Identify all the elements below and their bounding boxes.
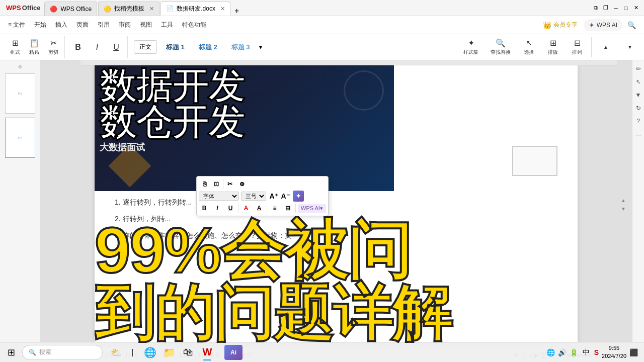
menu-review[interactable]: 审阅 xyxy=(115,19,135,31)
cut-button[interactable]: ✂ 剪切 xyxy=(44,36,62,58)
ft-size-select[interactable]: 三号 xyxy=(241,192,266,201)
tray-battery[interactable]: 🔋 xyxy=(570,348,578,356)
rt-down-arrow-tool[interactable]: ▼ xyxy=(634,90,643,100)
menu-ref[interactable]: 引用 xyxy=(94,19,114,31)
layout-icon: ⊞ xyxy=(550,38,556,48)
taskbar-ai-button[interactable]: Ai xyxy=(224,345,243,360)
tab-template[interactable]: 🟡 找稻壳模板 ✕ xyxy=(98,2,159,16)
menu-insert[interactable]: 插入 xyxy=(51,19,71,31)
style-h2-button[interactable]: 标题 2 xyxy=(194,41,222,54)
tab-close-template[interactable]: ✕ xyxy=(149,6,154,12)
bold-button[interactable]: B xyxy=(69,36,87,58)
underline-icon: U xyxy=(113,43,119,52)
ft-align-button[interactable]: ⊟ xyxy=(282,203,293,214)
ft-line-height-button[interactable]: ≡ xyxy=(269,203,280,214)
menu-view[interactable]: 视图 xyxy=(136,19,156,31)
rt-cursor-tool[interactable]: ↖ xyxy=(634,77,643,86)
taskbar-weather[interactable]: ⛅ xyxy=(109,343,124,361)
ft-size-down-button[interactable]: A⁻ xyxy=(280,191,291,202)
page-thumbnail-1[interactable]: P1 xyxy=(5,73,35,114)
tray-network[interactable]: 🌐 xyxy=(546,348,555,356)
start-button[interactable]: ⊞ xyxy=(2,343,20,361)
browser-icon: 🌐 xyxy=(144,346,156,358)
ft-copy-button[interactable]: ⎘ xyxy=(199,178,210,190)
add-tab-button[interactable]: + xyxy=(231,7,242,16)
minimize-button[interactable]: ─ xyxy=(612,4,620,12)
rt-more-tool[interactable]: … xyxy=(634,130,643,139)
ft-more-button[interactable]: ⊕ xyxy=(236,178,248,190)
ft-bold-button[interactable]: B xyxy=(199,203,210,214)
taskbar-app-wps[interactable]: W xyxy=(198,343,216,361)
scroll-up-arrow[interactable]: ▲ xyxy=(619,197,628,204)
ft-wps-ai-button[interactable]: WPS AI▾ xyxy=(298,204,326,213)
rt-help-tool[interactable]: ? xyxy=(634,117,643,126)
find-icon: 🔍 xyxy=(496,38,506,48)
wps-logo-text: WPS xyxy=(6,4,21,12)
rt-pen-tool[interactable]: ✏ xyxy=(634,64,643,73)
ft-paste-button[interactable]: ⊡ xyxy=(211,178,222,190)
doc-area[interactable]: 数据开发 数仓开发 大数据面试 1. 逐行转列，行转列转... 2. 行转列，列… xyxy=(40,60,632,348)
ft-italic-button[interactable]: I xyxy=(212,203,223,214)
underline-button[interactable]: U xyxy=(107,36,125,58)
styles-set-button[interactable]: ✦ 样式集 xyxy=(459,36,482,58)
frame-button[interactable]: ⊞ 框式 xyxy=(6,36,24,58)
italic-button[interactable]: I xyxy=(88,36,106,58)
maximize-button[interactable]: □ xyxy=(622,4,630,12)
taskbar-app-store[interactable]: 🛍 xyxy=(179,343,197,361)
rt-rotate-tool[interactable]: ↻ xyxy=(634,104,643,113)
tray-wps[interactable]: S xyxy=(594,348,599,356)
arrange-icon: ⊟ xyxy=(574,38,581,48)
tile-button[interactable]: ⧉ xyxy=(592,4,600,12)
scroll-up-button[interactable]: ▲ xyxy=(596,36,616,58)
arrange-button[interactable]: ⊟ 排列 xyxy=(567,36,587,58)
select-button[interactable]: ↖ 选择 xyxy=(519,36,539,58)
find-replace-button[interactable]: 🔍 查找替换 xyxy=(487,36,515,58)
doc-title-block: 数据开发 数仓开发 大数据面试 xyxy=(100,68,245,153)
menu-file[interactable]: ≡ 文件 xyxy=(4,19,29,31)
ft-font-color-button[interactable]: A xyxy=(240,203,252,214)
taskbar-right: 🌐 🔊 🔋 中 S 9:55 2024/7/20 ⬛ xyxy=(546,344,642,360)
ft-ai-color-button[interactable]: ✦ xyxy=(293,191,304,202)
taskbar-search-box[interactable]: 🔍 搜索 xyxy=(22,345,103,360)
deco-circle xyxy=(344,70,384,111)
style-h1-button[interactable]: 标题 1 xyxy=(161,41,190,54)
system-clock[interactable]: 9:55 2024/7/20 xyxy=(602,344,626,360)
menu-start[interactable]: 开始 xyxy=(30,19,50,31)
ft-highlight-button[interactable]: A xyxy=(254,203,265,214)
taskbar-app-folder[interactable]: 📁 xyxy=(160,343,178,361)
ft-row-3: B I U A A ≡ ⊟ WPS AI▾ xyxy=(199,203,326,214)
vip-button[interactable]: 👑 会员专享 xyxy=(538,19,583,31)
ft-underline-button[interactable]: U xyxy=(225,203,236,214)
scroll-down-arrow[interactable]: ▼ xyxy=(619,205,628,212)
menu-tools[interactable]: 工具 xyxy=(157,19,177,31)
close-button[interactable]: ✕ xyxy=(632,4,640,12)
restore-button[interactable]: ❐ xyxy=(602,4,610,12)
menu-page[interactable]: 页面 xyxy=(72,19,93,31)
tab-label-doc: 数据研发.docx xyxy=(177,5,215,13)
scroll-down-button[interactable]: ▼ xyxy=(620,36,640,58)
style-normal-button[interactable]: 正文 xyxy=(134,40,157,54)
tab-close-doc[interactable]: ✕ xyxy=(220,6,225,12)
tab-doc[interactable]: 📄 数据研发.docx ✕ xyxy=(160,2,230,16)
yellow-line2: 到的问题详解 xyxy=(95,283,578,343)
tray-notification[interactable]: ⬛ xyxy=(629,348,638,356)
ft-size-up-button[interactable]: A⁺ xyxy=(268,191,279,202)
page-thumbnail-2[interactable]: P2 xyxy=(5,118,35,158)
tab-wps[interactable]: 🔴 WPS Office xyxy=(44,2,97,16)
search-button[interactable]: 🔍 xyxy=(623,19,640,31)
ft-cut-button[interactable]: ✂ xyxy=(224,178,235,190)
tray-ime[interactable]: 中 xyxy=(581,345,591,360)
ft-font-select[interactable]: 字体 xyxy=(199,192,239,201)
window-controls: ⧉ ❐ ─ □ ✕ xyxy=(592,4,642,12)
wps-ai-button[interactable]: ✦ WPS AI xyxy=(584,19,622,31)
ft-divider-2 xyxy=(238,204,238,213)
ft-divider-4 xyxy=(295,204,296,213)
layout-button[interactable]: ⊞ 排版 xyxy=(543,36,563,58)
style-h3-button[interactable]: 标题 3 xyxy=(226,41,255,54)
tray-volume[interactable]: 🔊 xyxy=(558,348,567,356)
store-icon: 🛍 xyxy=(183,346,193,358)
paste-button[interactable]: 📋 粘贴 xyxy=(25,36,43,58)
styles-more-button[interactable]: ▾ xyxy=(259,44,262,51)
menu-special[interactable]: 特色功能 xyxy=(178,19,210,31)
taskbar-app-browser[interactable]: 🌐 xyxy=(141,343,159,361)
